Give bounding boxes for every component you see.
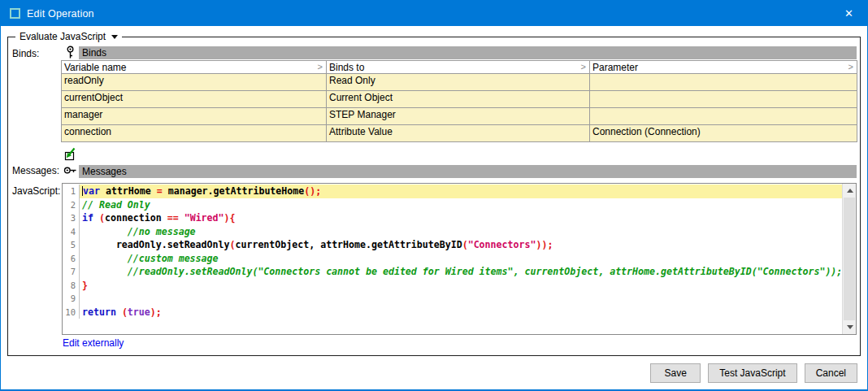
code-line-text[interactable]: return (true); bbox=[80, 306, 842, 319]
messages-label: Messages: bbox=[12, 165, 59, 176]
column-expand-icon[interactable]: > bbox=[581, 62, 586, 72]
bind-cell-binds_to[interactable]: Read Only bbox=[327, 74, 590, 91]
window-title: Edit Operation bbox=[27, 8, 94, 20]
line-number: 9 bbox=[63, 292, 80, 306]
app-icon bbox=[10, 8, 20, 19]
code-line[interactable]: 10return (true); bbox=[63, 306, 842, 319]
binds-section-header: Binds bbox=[63, 46, 857, 59]
code-line[interactable]: 2// Read Only bbox=[63, 198, 842, 212]
code-line[interactable]: 3if (connection == "Wired"){ bbox=[63, 211, 842, 225]
column-expand-icon[interactable]: > bbox=[848, 62, 853, 72]
vertical-scrollbar[interactable] bbox=[842, 184, 856, 334]
binds-table-header-row: Variable name>Binds to>Parameter> bbox=[62, 61, 857, 74]
bind-cell-parameter[interactable] bbox=[590, 91, 857, 108]
code-line-text[interactable]: if (connection == "Wired"){ bbox=[80, 211, 842, 225]
column-expand-icon[interactable]: > bbox=[318, 62, 323, 72]
scroll-up-icon[interactable] bbox=[843, 184, 857, 198]
code-line[interactable]: 5 readOnly.setReadOnly(currentObject, at… bbox=[63, 238, 842, 252]
code-line[interactable]: 1var attrHome = manager.getAttributeHome… bbox=[63, 185, 842, 198]
test-javascript-button[interactable]: Test JavaScript bbox=[708, 363, 796, 383]
bind-cell-binds_to[interactable]: Current Object bbox=[327, 91, 590, 108]
messages-key-icon bbox=[63, 164, 77, 178]
code-area[interactable]: 1var attrHome = manager.getAttributeHome… bbox=[63, 185, 842, 334]
messages-header-bar: Messages bbox=[79, 165, 857, 178]
bind-cell-parameter[interactable] bbox=[590, 74, 857, 91]
line-number: 6 bbox=[63, 252, 80, 266]
column-header-parameter[interactable]: Parameter> bbox=[590, 61, 857, 74]
column-header-variable-name[interactable]: Variable name> bbox=[62, 61, 327, 74]
bind-cell-variable[interactable]: connection bbox=[62, 125, 327, 142]
operation-type-dropdown[interactable]: Evaluate JavaScript bbox=[15, 31, 122, 42]
code-line-text[interactable]: var attrHome = manager.getAttributeHome(… bbox=[80, 185, 842, 198]
javascript-label: JavaScript: bbox=[12, 185, 60, 197]
line-number: 2 bbox=[63, 198, 80, 212]
bind-cell-variable[interactable]: manager bbox=[62, 108, 327, 125]
bind-cell-binds_to[interactable]: Attribute Value bbox=[327, 125, 590, 142]
binds-header-bar: Binds bbox=[79, 46, 857, 59]
binds-label: Binds: bbox=[12, 48, 39, 59]
code-line-text[interactable]: //no message bbox=[80, 225, 842, 239]
scroll-down-icon[interactable] bbox=[843, 320, 857, 334]
bind-row[interactable]: connectionAttribute ValueConnection (Con… bbox=[62, 125, 857, 142]
operation-type-label: Evaluate JavaScript bbox=[20, 31, 106, 42]
line-number: 10 bbox=[63, 306, 80, 319]
bind-cell-variable[interactable]: currentObject bbox=[62, 91, 327, 108]
title-bar[interactable]: Edit Operation ✕ bbox=[1, 1, 867, 26]
save-button[interactable]: Save bbox=[650, 363, 701, 383]
bind-cell-variable[interactable]: readOnly bbox=[62, 74, 327, 91]
add-bind-button[interactable] bbox=[63, 147, 76, 161]
line-number: 3 bbox=[63, 211, 80, 225]
line-number: 8 bbox=[63, 279, 80, 293]
code-line[interactable]: 4 //no message bbox=[63, 225, 842, 239]
code-line[interactable]: 9 bbox=[63, 292, 842, 306]
code-line[interactable]: 8} bbox=[63, 279, 842, 293]
bind-row[interactable]: managerSTEP Manager bbox=[62, 108, 857, 125]
edit-operation-dialog: Edit Operation ✕ Evaluate JavaScript Bin… bbox=[0, 0, 868, 391]
bind-row[interactable]: readOnlyRead Only bbox=[62, 74, 857, 91]
bind-row[interactable]: currentObjectCurrent Object bbox=[62, 91, 857, 108]
messages-section-header: Messages bbox=[63, 164, 857, 178]
code-line-text[interactable]: //custom message bbox=[80, 252, 842, 266]
line-number: 1 bbox=[63, 185, 80, 198]
code-line[interactable]: 6 //custom message bbox=[63, 252, 842, 266]
code-line-text[interactable] bbox=[80, 292, 842, 306]
dialog-button-row: Save Test JavaScript Cancel bbox=[650, 363, 857, 383]
line-number: 4 bbox=[63, 225, 80, 239]
bind-cell-parameter[interactable] bbox=[590, 108, 857, 125]
line-number: 5 bbox=[63, 238, 80, 252]
code-line-text[interactable]: // Read Only bbox=[80, 198, 842, 212]
close-icon[interactable]: ✕ bbox=[831, 1, 867, 26]
code-line[interactable]: 7 //readOnly.setReadOnly("Connectors can… bbox=[63, 265, 842, 279]
bind-cell-binds_to[interactable]: STEP Manager bbox=[327, 108, 590, 125]
code-line-text[interactable]: readOnly.setReadOnly(currentObject, attr… bbox=[80, 238, 842, 252]
cancel-button[interactable]: Cancel bbox=[805, 363, 857, 383]
line-number: 7 bbox=[63, 265, 80, 279]
bind-cell-parameter[interactable]: Connection (Connection) bbox=[590, 125, 857, 142]
code-line-text[interactable]: } bbox=[80, 279, 842, 293]
scrollbar-thumb[interactable] bbox=[844, 198, 855, 320]
column-header-binds-to[interactable]: Binds to> bbox=[327, 61, 590, 74]
chevron-down-icon[interactable] bbox=[111, 35, 118, 39]
binds-table[interactable]: Variable name>Binds to>Parameter> readOn… bbox=[61, 60, 857, 142]
code-editor[interactable]: 1var attrHome = manager.getAttributeHome… bbox=[62, 183, 857, 335]
code-line-text[interactable]: //readOnly.setReadOnly("Connectors canno… bbox=[80, 265, 842, 279]
insert-bind-icon bbox=[63, 147, 76, 161]
edit-externally-link[interactable]: Edit externally bbox=[63, 337, 124, 349]
binds-key-icon bbox=[63, 46, 77, 59]
